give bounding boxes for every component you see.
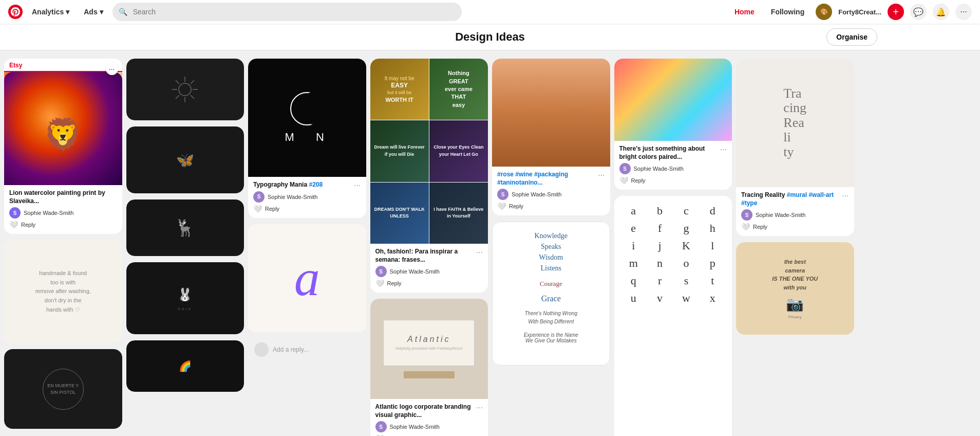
- letter-p: p: [702, 257, 724, 270]
- chat-button[interactable]: 💬: [910, 4, 927, 20]
- pin-user-moon: S Sophie Wade-Smith: [253, 191, 361, 203]
- pin-dark-rainbow[interactable]: 🌈: [126, 340, 244, 392]
- user-avatar[interactable]: 🎨: [816, 4, 832, 20]
- pin-reply-top[interactable]: Add a reply...: [248, 338, 366, 361]
- user-name-rose: Sophie Wade-Smith: [512, 191, 561, 197]
- user-name-tracing: Sophie Wade-Smith: [756, 212, 805, 218]
- pin-grid: Etsy 🦁 ··· Lion watercolor painting prin…: [4, 59, 976, 436]
- ads-menu[interactable]: Ads ▾: [79, 5, 108, 19]
- letter-o: o: [675, 257, 697, 270]
- pin-calligraphy[interactable]: KnowledgeSpeaksWisdomListens Courage Gra…: [492, 222, 610, 366]
- collage-easy: It may not be EASY but it will be WORTH …: [370, 59, 429, 120]
- pin-more-rose[interactable]: ···: [598, 171, 605, 180]
- pin-tracing[interactable]: TracingReality Tracing Reality #mural #w…: [736, 59, 854, 236]
- user-avatar-moon: S: [253, 191, 265, 203]
- letter-c: c: [675, 204, 697, 217]
- pin-dark-circular[interactable]: EN MUERTE YSIN PISTOL: [4, 349, 122, 429]
- reply-btn-collage[interactable]: Reply: [387, 280, 402, 286]
- heart-icon-bright[interactable]: 🤍: [619, 176, 628, 185]
- pin-alphabet[interactable]: a b c d e f g h i j K l m n o p q: [614, 196, 732, 436]
- pin-user-collage: S Sophie Wade-Smith: [375, 266, 483, 277]
- analytics-chevron: ▾: [66, 8, 69, 16]
- heart-icon-tracing[interactable]: 🤍: [741, 223, 750, 231]
- svg-line-5: [176, 80, 179, 84]
- heart-icon-rose[interactable]: 🤍: [497, 202, 506, 210]
- pin-image-moon: M N: [248, 59, 366, 177]
- pin-more-lion[interactable]: ···: [106, 63, 118, 75]
- heart-icon-lion[interactable]: 🤍: [9, 221, 18, 229]
- more-button[interactable]: ···: [955, 4, 972, 20]
- pin-texture[interactable]: handmade & foundtoo is withremove after …: [4, 240, 122, 343]
- pin-dark-hare[interactable]: 🐰 hare: [126, 262, 244, 334]
- user-name[interactable]: Forty8Creat...: [838, 8, 881, 16]
- search-input[interactable]: [112, 3, 462, 21]
- reply-btn-bright[interactable]: Reply: [631, 177, 646, 184]
- user-name-atlantic: Sophie Wade-Smith: [390, 424, 440, 430]
- pinterest-logo[interactable]: [8, 5, 23, 19]
- reply-btn-moon[interactable]: Reply: [265, 206, 279, 212]
- svg-point-0: [179, 83, 191, 96]
- bell-button[interactable]: 🔔: [933, 4, 949, 20]
- pin-footer-moon: Typography Mania #208 ··· S Sophie Wade-…: [248, 177, 366, 218]
- ads-chevron: ▾: [100, 8, 103, 16]
- letter-a: a: [623, 204, 645, 217]
- analytics-menu[interactable]: Analytics ▾: [27, 5, 74, 19]
- pin-footer-bright: There's just something about bright colo…: [614, 141, 732, 190]
- heart-icon-moon[interactable]: 🤍: [253, 205, 262, 213]
- pin-actions-tracing: 🤍 Reply: [741, 223, 849, 231]
- reply-btn-tracing[interactable]: Reply: [753, 224, 767, 230]
- pin-image-dark4: 🦌: [126, 199, 244, 256]
- user-name-moon: Sophie Wade-Smith: [268, 194, 317, 200]
- letter-j: j: [649, 239, 671, 252]
- pin-title-bright: There's just something about bright colo…: [619, 145, 720, 161]
- following-link[interactable]: Following: [766, 5, 809, 19]
- pin-moon[interactable]: M N Typography Mania #208 ··· S Sophie W…: [248, 59, 366, 218]
- add-button[interactable]: +: [888, 4, 904, 20]
- pin-footer-rose: #rose #wine #packaging #taninotanino... …: [492, 167, 610, 215]
- pin-title-atlantic: Atlantic logo corporate branding visual …: [375, 403, 476, 419]
- letter-s: s: [675, 274, 697, 287]
- letter-n: n: [649, 257, 671, 270]
- reply-btn-rose[interactable]: Reply: [509, 203, 523, 209]
- pin-actions-moon: 🤍 Reply: [253, 205, 361, 213]
- bell-icon: 🔔: [936, 7, 946, 17]
- letter-m: m: [623, 257, 645, 270]
- pin-bright[interactable]: There's just something about bright colo…: [614, 59, 732, 190]
- pin-more-collage[interactable]: ···: [476, 248, 483, 257]
- collage-great: NothingGREATever cameTHATeasy: [429, 59, 488, 120]
- pin-rose-pkg[interactable]: #rose #wine #packaging #taninotanino... …: [492, 59, 610, 215]
- pin-atlantic[interactable]: Atlantic helpfully provided with Fantasy…: [370, 299, 488, 436]
- pin-footer-atlantic: Atlantic logo corporate branding visual …: [370, 399, 488, 436]
- pin-image-atlantic: Atlantic helpfully provided with Fantasy…: [370, 299, 488, 399]
- user-avatar-tracing: S: [741, 209, 752, 221]
- pin-dark-insect[interactable]: 🦋: [126, 126, 244, 193]
- collage-faith: I have FAITH & Believe in Yourself: [429, 183, 488, 244]
- pin-title-rose: #rose #wine #packaging #taninotanino...: [497, 171, 598, 187]
- letter-v: v: [649, 292, 671, 305]
- pin-footer-collage: Oh, fashion!: Para inspirar a semana: fr…: [370, 244, 488, 293]
- reply-btn-lion[interactable]: Reply: [21, 222, 35, 228]
- pin-more-bright[interactable]: ···: [720, 145, 727, 154]
- pin-user-atlantic: S Sophie Wade-Smith: [375, 421, 483, 432]
- main-content: Etsy 🦁 ··· Lion watercolor painting prin…: [0, 50, 980, 436]
- pin-image-dark2: [126, 59, 244, 120]
- letter-k: K: [675, 239, 697, 252]
- pin-dark-sun[interactable]: [126, 59, 244, 120]
- heart-icon-collage[interactable]: 🤍: [375, 279, 384, 287]
- home-link[interactable]: Home: [729, 5, 760, 19]
- pin-more-atlantic[interactable]: ···: [476, 403, 483, 412]
- pin-typo-a[interactable]: a: [248, 224, 366, 332]
- pin-etsy[interactable]: Etsy 🦁 ··· Lion watercolor painting prin…: [4, 59, 122, 234]
- pin-camera[interactable]: the bestcameraIS THE ONE YOUwith you 📷 P…: [736, 242, 854, 335]
- pin-image-dark1: EN MUERTE YSIN PISTOL: [4, 349, 122, 429]
- pin-image-camera: the bestcameraIS THE ONE YOUwith you 📷 P…: [736, 242, 854, 335]
- letter-i: i: [623, 239, 645, 252]
- letter-d: d: [702, 204, 724, 217]
- organise-button[interactable]: Organise: [826, 28, 877, 46]
- pin-dark-deer[interactable]: 🦌: [126, 199, 244, 256]
- pin-more-tracing[interactable]: ···: [842, 191, 849, 201]
- pin-image-lion: 🦁: [4, 72, 122, 185]
- pin-collage[interactable]: It may not be EASY but it will be WORTH …: [370, 59, 488, 293]
- letter-w: w: [675, 292, 697, 305]
- pin-more-moon[interactable]: ···: [354, 181, 361, 190]
